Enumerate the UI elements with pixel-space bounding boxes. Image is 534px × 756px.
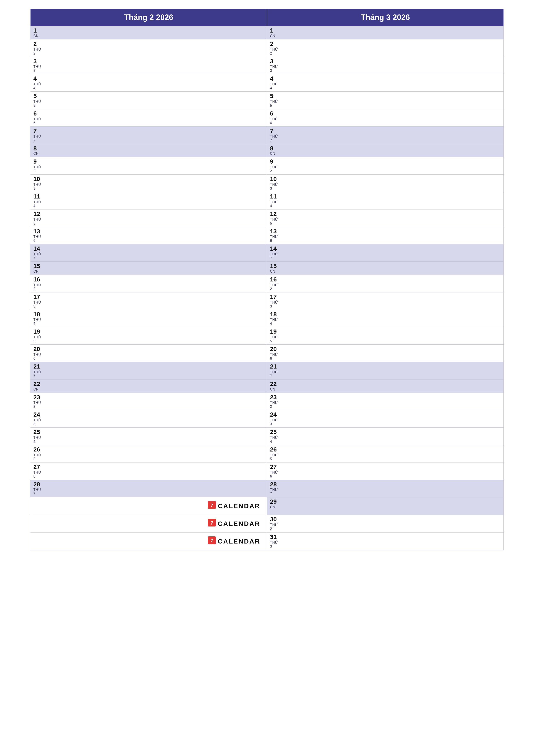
- day-label: THỨ: [33, 401, 265, 405]
- day-label: THỨ: [270, 436, 501, 440]
- mar-day-cell-24: 24THỨ3: [267, 410, 504, 428]
- mar-day-cell-10: 10THỨ3: [267, 175, 504, 192]
- day-sub: 5: [270, 339, 501, 343]
- day-number: 3: [33, 58, 265, 65]
- day-sub: 5: [33, 222, 265, 226]
- day-number: 11: [33, 193, 265, 200]
- day-sub: 7: [270, 492, 501, 496]
- day-number: 8: [33, 145, 265, 152]
- day-label: THỨ: [33, 488, 265, 492]
- calendar-grid: Tháng 2 2026Tháng 3 20261CN1CN2THỨ22THỨ2…: [30, 9, 504, 551]
- day-number: 1: [33, 27, 265, 34]
- day-number: 29: [270, 499, 501, 505]
- calendar-logo: 7CALENDAR: [208, 501, 260, 511]
- day-number: 4: [270, 75, 501, 82]
- day-number: 16: [270, 276, 501, 283]
- feb-day-cell-27: 27THỨ6: [30, 463, 267, 480]
- day-label: THỨ: [33, 235, 265, 239]
- day-label: THỨ: [33, 418, 265, 422]
- day-number: 4: [33, 75, 265, 82]
- day-sub: 4: [270, 86, 501, 90]
- day-number: 27: [270, 464, 501, 471]
- day-number: 24: [33, 411, 265, 418]
- day-number: 19: [270, 328, 501, 335]
- day-sub: 3: [33, 305, 265, 309]
- day-label: CN: [270, 270, 501, 274]
- day-label: THỨ: [270, 401, 501, 405]
- day-label: THỨ: [270, 453, 501, 457]
- day-number: 26: [33, 446, 265, 453]
- day-label: THỨ: [33, 318, 265, 322]
- day-number: 7: [33, 128, 265, 134]
- day-sub: 4: [270, 322, 501, 326]
- feb-day-cell-19: 19THỨ5: [30, 327, 267, 345]
- mar-day-cell-31: 31THỨ3: [267, 532, 504, 550]
- feb-day-cell-3: 3THỨ3: [30, 57, 267, 74]
- day-number: 22: [33, 381, 265, 388]
- mar-day-cell-26: 26THỨ5: [267, 445, 504, 463]
- day-sub: 5: [33, 104, 265, 108]
- day-sub: 3: [33, 422, 265, 426]
- day-label: THỨ: [33, 82, 265, 86]
- feb-day-cell-16: 16THỨ2: [30, 275, 267, 292]
- mar-day-cell-21: 21THỨ7: [267, 362, 504, 380]
- mar-day-cell-9: 9THỨ2: [267, 157, 504, 175]
- svg-text:7: 7: [211, 520, 213, 526]
- feb-day-cell-14: 14THỨ7: [30, 244, 267, 262]
- day-label: THỨ: [33, 47, 265, 51]
- day-number: 1: [270, 27, 501, 34]
- day-label: CN: [33, 388, 265, 392]
- day-label: CN: [33, 34, 265, 38]
- day-number: 19: [33, 328, 265, 335]
- svg-text:7: 7: [211, 538, 213, 543]
- day-number: 18: [33, 311, 265, 318]
- day-sub: 3: [270, 545, 501, 549]
- calendar-logo: 7CALENDAR: [208, 519, 260, 528]
- feb-day-cell-9: 9THỨ2: [30, 157, 267, 175]
- day-sub: 3: [270, 305, 501, 309]
- feb-day-cell-25: 25THỨ4: [30, 428, 267, 445]
- mar-day-cell-22: 22CN: [267, 380, 504, 393]
- day-number: 28: [33, 481, 265, 488]
- day-sub: 2: [33, 51, 265, 55]
- day-label: THỨ: [33, 217, 265, 222]
- day-sub: 2: [33, 405, 265, 409]
- day-sub: 4: [33, 440, 265, 444]
- day-sub: 2: [270, 51, 501, 55]
- feb-day-cell-5: 5THỨ5: [30, 92, 267, 109]
- day-number: 2: [33, 41, 265, 47]
- day-number: 7: [270, 128, 501, 134]
- calendar-logo-icon: 7: [208, 536, 216, 546]
- mar-day-cell-27: 27THỨ6: [267, 463, 504, 480]
- mar-day-cell-6: 6THỨ6: [267, 109, 504, 126]
- day-number: 10: [270, 176, 501, 182]
- mar-day-cell-19: 19THỨ5: [267, 327, 504, 345]
- day-sub: 6: [33, 474, 265, 478]
- day-sub: 6: [33, 239, 265, 243]
- day-label: THỨ: [33, 200, 265, 204]
- feb-day-cell-6: 6THỨ6: [30, 109, 267, 126]
- day-sub: 2: [270, 405, 501, 409]
- day-sub: 3: [270, 187, 501, 191]
- day-number: 24: [270, 411, 501, 418]
- day-number: 3: [270, 58, 501, 65]
- feb-day-cell-11: 11THỨ4: [30, 192, 267, 209]
- feb-day-cell-1: 1CN: [30, 26, 267, 40]
- mar-day-cell-28: 28THỨ7: [267, 480, 504, 498]
- day-label: CN: [270, 152, 501, 156]
- calendar-wrapper: Tháng 2 2026Tháng 3 20261CN1CN2THỨ22THỨ2…: [30, 9, 504, 747]
- day-sub: 3: [33, 187, 265, 191]
- day-number: 2: [270, 41, 501, 47]
- day-label: THỨ: [33, 353, 265, 357]
- feb-day-cell-18: 18THỨ4: [30, 310, 267, 327]
- day-number: 6: [33, 110, 265, 117]
- day-sub: 5: [33, 457, 265, 461]
- day-number: 23: [33, 394, 265, 401]
- calendar-logo-text: CALENDAR: [218, 520, 260, 527]
- day-number: 27: [33, 464, 265, 471]
- day-label: THỨ: [270, 283, 501, 287]
- mar-day-cell-30: 30THỨ2: [267, 515, 504, 532]
- day-number: 20: [270, 346, 501, 353]
- day-number: 22: [270, 381, 501, 388]
- day-number: 5: [270, 93, 501, 99]
